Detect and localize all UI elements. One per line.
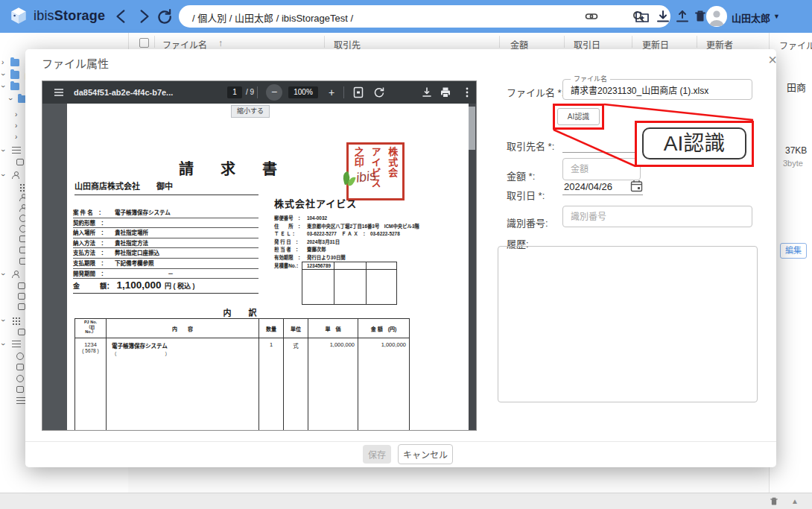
- person-icon: [12, 271, 19, 278]
- chevron-down-icon[interactable]: ›: [0, 319, 7, 321]
- edit-button[interactable]: 編集: [780, 243, 807, 259]
- page-total: / 9: [246, 88, 254, 96]
- issuer-info-row: 郵便番号 ：104-0032: [274, 215, 423, 223]
- invoice-detail-row: 支払期限 ：下記備考欄参照: [73, 259, 258, 269]
- file-name-field[interactable]: ファイル名: [562, 79, 752, 100]
- amount-label: 金額 *:: [507, 168, 535, 183]
- rotate-icon[interactable]: [373, 86, 385, 98]
- divider: [128, 33, 129, 49]
- box-icon: [18, 303, 25, 310]
- total-value: 1,100,000: [116, 279, 161, 291]
- chevron-down-icon[interactable]: ›: [0, 174, 7, 176]
- chevron-down-icon[interactable]: ›: [0, 73, 7, 75]
- chevron-right-icon[interactable]: ›: [15, 111, 17, 118]
- person-icon: [12, 171, 19, 179]
- forward-button[interactable]: [136, 8, 152, 25]
- issuer-info-row: 有効期限 ：発行日より30日間: [274, 254, 423, 262]
- th-pj-no: PJ No.（旧No.）: [75, 319, 107, 338]
- zoom-level[interactable]: 100%: [288, 86, 318, 98]
- cell-description: 電子帳簿保存システム （ ）: [107, 338, 259, 431]
- more-options-icon[interactable]: [461, 86, 473, 98]
- folder-icon: [10, 59, 19, 66]
- identifier-input[interactable]: [563, 206, 752, 227]
- menu-icon[interactable]: [53, 86, 65, 98]
- total-label: 金 額：: [73, 282, 113, 290]
- pdf-page: 請 求 書 株式会 アイビス 之印 ibis 山田商店株式会社 御中 案 件 名…: [67, 104, 469, 431]
- circle-icon: [16, 375, 24, 382]
- collapse-up-icon[interactable]: ▲: [791, 497, 799, 505]
- panel-header-file: ファイル: [779, 39, 812, 51]
- th-amount: 金 額 (円): [358, 319, 409, 338]
- print-icon[interactable]: [440, 86, 451, 98]
- chevron-down-icon[interactable]: ›: [0, 343, 7, 345]
- ibis-script-logo: ibis: [355, 168, 378, 186]
- chevron-down-icon[interactable]: ›: [0, 149, 7, 151]
- link-icon[interactable]: [585, 10, 598, 23]
- user-avatar[interactable]: [706, 6, 727, 27]
- upload-icon[interactable]: [675, 9, 690, 24]
- identifier-label: 識別番号:: [507, 215, 548, 230]
- close-icon[interactable]: ×: [764, 51, 781, 69]
- new-folder-icon[interactable]: [635, 9, 650, 24]
- divider: [632, 36, 632, 48]
- client-label: 取引先名 *:: [507, 139, 554, 153]
- chevron-right-icon[interactable]: ›: [15, 122, 17, 130]
- history-textarea[interactable]: [498, 247, 757, 402]
- box-icon: [18, 293, 25, 300]
- divider: [499, 36, 500, 48]
- invoice-detail-rows: 案 件 名 ：電子帳簿保存システム契約形態 ：納入場所 ：貴社指定場所納入方法 …: [73, 208, 258, 279]
- chevron-right-icon[interactable]: ›: [1, 59, 4, 66]
- issuer-info-row: 住 所 ：東京都中央区八丁堀2丁目16番3号 ICM中央ビル3階: [274, 223, 423, 231]
- file-size: 37KB: [785, 145, 807, 156]
- issuer-info-row: Ｔ Ｅ Ｌ ：03-6222-5277 Ｆ Ａ Ｘ ： 03-6222-5278: [274, 230, 423, 238]
- ai-recognition-button[interactable]: AI認識: [557, 108, 600, 125]
- zoom-out-button[interactable]: −: [266, 84, 282, 101]
- cancel-button[interactable]: キャンセル: [398, 444, 453, 464]
- scrollbar-thumb[interactable]: [468, 107, 475, 150]
- amount-field[interactable]: [562, 158, 641, 180]
- approval-stamp-boxes: [302, 262, 397, 305]
- dialog-title: ファイル属性: [42, 55, 109, 71]
- file-attributes-dialog: ファイル属性 × da854f51-ab2e-4f4c-b7e... 1 / 9…: [25, 49, 776, 467]
- chevron-down-icon[interactable]: ›: [7, 98, 14, 100]
- save-button[interactable]: 保存: [363, 445, 391, 464]
- identifier-field[interactable]: [562, 206, 752, 227]
- chevron-down-icon[interactable]: ›: [0, 85, 7, 87]
- back-button[interactable]: [113, 8, 130, 25]
- app-logo[interactable]: ibisStorage: [9, 6, 105, 25]
- total-suffix: 円 ( 税込 ): [165, 282, 195, 290]
- box-icon: [16, 386, 24, 393]
- cell-pj-no: 1234( 5678 ): [75, 338, 107, 431]
- select-all-checkbox[interactable]: [139, 38, 149, 48]
- divider: [324, 36, 325, 48]
- pdf-document-name: da854f51-ab2e-4f4c-b7e...: [74, 88, 197, 97]
- file-name-label: ファイル名 *:: [507, 85, 564, 99]
- page-number-input[interactable]: 1: [227, 86, 242, 98]
- download-icon[interactable]: [656, 9, 670, 24]
- file-list-header: ファイル名 ↑ 取引先 金額 取引日 更新日 更新者: [128, 33, 769, 49]
- box-icon: [16, 159, 24, 165]
- breadcrumb: / 個人別 / 山田太郎 / ibisStorageTest /: [192, 10, 353, 25]
- user-name: 山田太郎: [732, 10, 770, 25]
- amount-input[interactable]: [563, 159, 640, 180]
- history-field[interactable]: [498, 246, 758, 402]
- chevron-down-icon[interactable]: ›: [0, 273, 7, 275]
- fit-page-icon[interactable]: [352, 86, 364, 98]
- seal-text: 株式会: [387, 147, 397, 196]
- sort-ascending-icon[interactable]: ↑: [218, 38, 223, 48]
- divider: [697, 36, 697, 48]
- zoom-in-button[interactable]: +: [324, 85, 339, 100]
- cube-logo-icon: [9, 6, 28, 25]
- chevron-right-icon[interactable]: ›: [15, 133, 17, 141]
- breadcrumb-bar[interactable]: / 個人別 / 山田太郎 / ibisStorageTest /: [179, 5, 670, 28]
- file-size-bytes: 3byte: [783, 159, 803, 168]
- trash-icon[interactable]: [693, 9, 708, 24]
- refresh-button[interactable]: [156, 8, 173, 25]
- chevron-down-icon[interactable]: ▼: [773, 13, 780, 20]
- box-icon: [18, 329, 25, 335]
- trash-icon[interactable]: [769, 496, 779, 507]
- pdf-download-icon[interactable]: [421, 86, 433, 98]
- ai-recognition-button-magnified: AI認識: [642, 127, 746, 159]
- th-unit-price: 単 価: [308, 319, 358, 338]
- status-bar: ▲: [0, 493, 812, 509]
